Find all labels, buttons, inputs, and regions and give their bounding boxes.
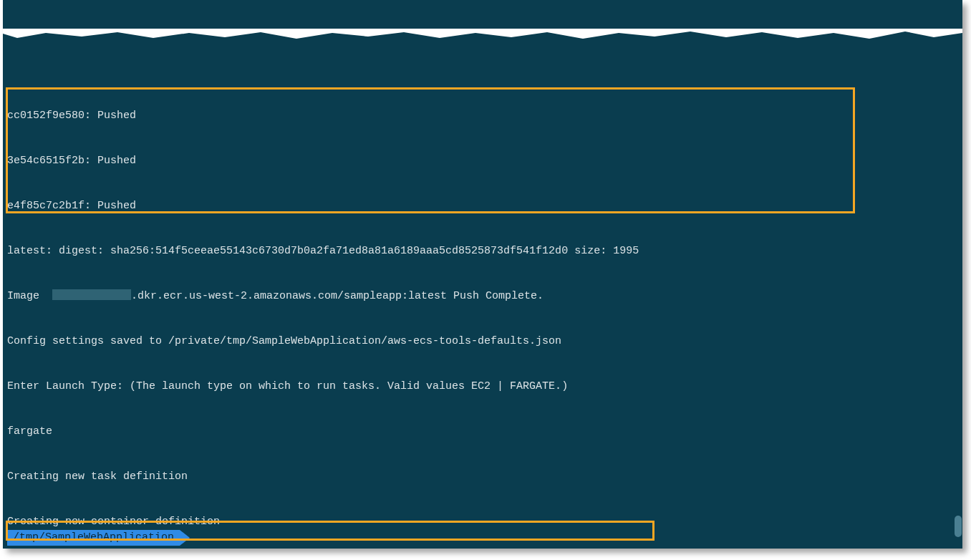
output-line: Config settings saved to /private/tmp/Sa… [7,334,958,349]
output-line: e4f85c7c2b1f: Pushed [7,198,958,213]
scrollbar-thumb[interactable] [955,516,962,537]
output-line: Enter Launch Type: (The launch type on w… [7,379,958,394]
output-line: cc0152f9e580: Pushed [7,108,958,123]
output-line: 3e54c6515f2b: Pushed [7,153,958,168]
output-line: Image .dkr.ecr.us-west-2.amazonaws.com/s… [7,289,958,304]
shell-prompt[interactable]: /tmp/SampleWebApplication [7,530,190,546]
output-line: Creating new container definition [7,514,958,529]
terminal-output: cc0152f9e580: Pushed 3e54c6515f2b: Pushe… [3,75,962,549]
torn-edge-decoration [3,0,962,11]
scrollbar[interactable] [954,0,962,549]
output-line: fargate [7,424,958,439]
output-line: Creating new task definition [7,469,958,484]
output-line: latest: digest: sha256:514f5ceeae55143c6… [7,243,958,259]
prompt-arrow-icon [180,530,190,546]
terminal-window[interactable]: cc0152f9e580: Pushed 3e54c6515f2b: Pushe… [3,0,962,549]
redacted-account-id [52,289,131,300]
prompt-path: /tmp/SampleWebApplication [7,530,180,546]
